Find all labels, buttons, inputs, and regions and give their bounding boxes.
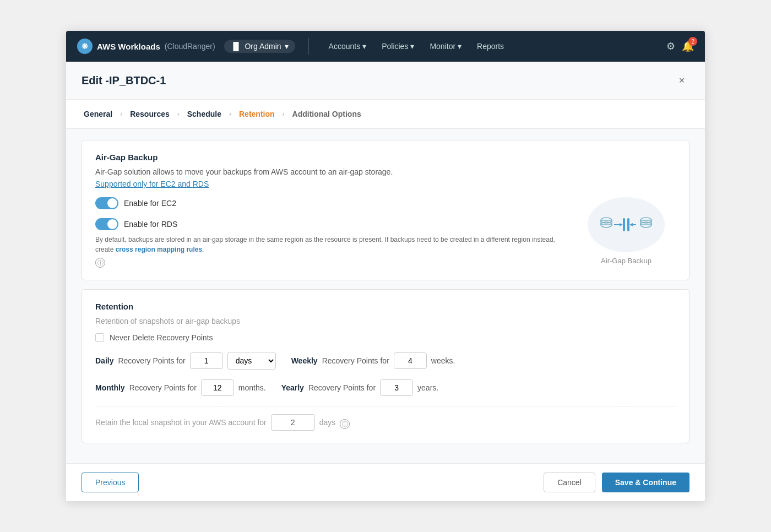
ec2-toggle[interactable] <box>95 197 118 209</box>
nav-monitor[interactable]: Monitor ▾ <box>423 39 468 54</box>
airgap-section: Air-Gap Backup Air-Gap solution allows t… <box>82 140 689 280</box>
airgap-left: Enable for EC2 Enable for RDS By default… <box>95 197 563 268</box>
org-bar-icon: ▐▌ <box>231 42 242 51</box>
topnav: ❋ AWS Workloads (CloudRanger) ▐▌ Org Adm… <box>66 31 705 62</box>
policies-chevron-icon: ▾ <box>410 42 414 51</box>
step-retention-label: Retention <box>237 110 277 118</box>
ec2-toggle-label: Enable for EC2 <box>124 199 176 208</box>
step-chevron-2: › <box>172 110 185 118</box>
weekly-item: Weekly Recovery Points for weeks. <box>291 352 455 369</box>
airgap-illustration: Air-Gap Backup <box>577 197 676 265</box>
nav-reports[interactable]: Reports <box>470 39 511 54</box>
weekly-unit: weeks. <box>431 356 455 365</box>
save-continue-button[interactable]: Save & Continue <box>602 473 689 492</box>
wizard-steps: General › Resources › Schedule › Retenti… <box>66 100 705 129</box>
retention-title: Retention <box>95 302 676 311</box>
airgap-svg <box>599 208 654 241</box>
rds-description: By default, backups are stored in an air… <box>95 235 563 254</box>
rds-section: Enable for RDS By default, backups are s… <box>95 218 563 268</box>
monthly-yearly-row: Monthly Recovery Points for months. Year… <box>95 379 676 396</box>
brand-name: AWS Workloads <box>97 42 160 51</box>
accounts-chevron-icon: ▾ <box>362 42 366 51</box>
daily-item: Daily Recovery Points for days weeks mon… <box>95 352 276 370</box>
modal-footer: Previous Cancel Save & Continue <box>66 463 705 501</box>
rds-toggle-row: Enable for RDS By default, backups are s… <box>95 218 563 268</box>
wizard-step-additional[interactable]: Additional Options <box>290 110 363 118</box>
rds-toggle[interactable] <box>95 218 118 230</box>
yearly-unit: years. <box>417 383 438 392</box>
rds-info-icon[interactable]: ⓘ <box>95 258 105 268</box>
nav-policies[interactable]: Policies ▾ <box>375 39 421 54</box>
never-delete-checkbox[interactable] <box>95 333 104 342</box>
rds-toggle-label: Enable for RDS <box>124 220 177 229</box>
settings-icon[interactable]: ⚙ <box>666 40 675 52</box>
retention-subtitle: Retention of snapshots or air-gap backup… <box>95 317 676 325</box>
close-button[interactable]: × <box>674 73 689 88</box>
wizard-step-resources[interactable]: Resources <box>128 110 172 118</box>
nav-divider <box>308 38 309 55</box>
modal-header: Edit -IP_BTDC-1 × <box>66 62 705 100</box>
monthly-label: Monthly <box>95 383 125 392</box>
nav-links: Accounts ▾ Policies ▾ Monitor ▾ Reports <box>322 39 658 54</box>
never-delete-row: Never Delete Recovery Points <box>95 333 676 342</box>
svg-marker-8 <box>629 223 633 226</box>
topnav-actions: ⚙ 🔔 2 <box>666 40 694 52</box>
org-switcher[interactable]: ▐▌ Org Admin ▾ <box>224 40 295 53</box>
step-resources-label: Resources <box>128 110 172 118</box>
airgap-content: Enable for EC2 Enable for RDS By default… <box>95 197 676 268</box>
yearly-item: Yearly Recovery Points for years. <box>281 379 439 396</box>
cancel-button[interactable]: Cancel <box>544 473 595 492</box>
yearly-label: Yearly <box>281 383 304 392</box>
previous-button[interactable]: Previous <box>82 473 139 492</box>
modal-title: Edit -IP_BTDC-1 <box>82 74 166 87</box>
yearly-input[interactable] <box>380 379 413 396</box>
nav-accounts[interactable]: Accounts ▾ <box>322 39 373 54</box>
local-snapshot-info-icon[interactable]: ⓘ <box>340 419 350 429</box>
airgap-description: Air-Gap solution allows to move your bac… <box>95 167 676 176</box>
airgap-caption: Air-Gap Backup <box>601 257 651 265</box>
wizard-step-retention[interactable]: Retention <box>237 110 277 118</box>
cross-region-link[interactable]: cross region mapping rules <box>116 246 202 253</box>
local-snapshot-input[interactable] <box>271 414 315 431</box>
monitor-chevron-icon: ▾ <box>458 42 461 51</box>
airgap-graphic <box>588 197 665 252</box>
svg-marker-4 <box>620 223 623 226</box>
step-additional-label: Additional Options <box>290 110 363 118</box>
never-delete-label: Never Delete Recovery Points <box>110 333 213 342</box>
daily-weekly-row: Daily Recovery Points for days weeks mon… <box>95 352 676 370</box>
step-schedule-label: Schedule <box>185 110 224 118</box>
logo: ❋ AWS Workloads (CloudRanger) <box>77 39 215 54</box>
step-chevron-4: › <box>277 110 290 118</box>
weekly-input[interactable] <box>394 352 427 369</box>
monthly-item: Monthly Recovery Points for months. <box>95 379 266 396</box>
notifications-icon[interactable]: 🔔 2 <box>682 40 694 52</box>
notification-badge: 2 <box>688 37 697 46</box>
weekly-label: Weekly <box>291 356 318 365</box>
wizard-step-general[interactable]: General <box>82 110 115 118</box>
wizard-step-schedule[interactable]: Schedule <box>185 110 224 118</box>
ec2-toggle-row: Enable for EC2 <box>95 197 563 209</box>
monthly-input[interactable] <box>201 379 234 396</box>
local-snapshot-row: Retain the local snapshot in your AWS ac… <box>95 406 676 431</box>
monthly-mid: Recovery Points for <box>129 383 197 392</box>
daily-unit-select[interactable]: days weeks months <box>227 352 276 370</box>
step-chevron-1: › <box>115 110 128 118</box>
footer-right: Cancel Save & Continue <box>544 473 689 492</box>
modal-body: Air-Gap Backup Air-Gap solution allows t… <box>66 129 705 463</box>
yearly-mid: Recovery Points for <box>308 383 376 392</box>
local-unit: days <box>319 418 336 427</box>
monthly-unit: months. <box>238 383 266 392</box>
daily-mid: Recovery Points for <box>118 356 185 365</box>
svg-rect-5 <box>623 218 625 231</box>
logo-icon: ❋ <box>77 39 93 54</box>
step-chevron-3: › <box>224 110 237 118</box>
brand-sub: (CloudRanger) <box>165 42 215 51</box>
org-name: Org Admin <box>245 42 281 51</box>
daily-input[interactable] <box>190 352 223 369</box>
weekly-mid: Recovery Points for <box>322 356 389 365</box>
svg-rect-6 <box>627 218 629 231</box>
local-snapshot-text: Retain the local snapshot in your AWS ac… <box>95 418 267 427</box>
airgap-title: Air-Gap Backup <box>95 153 676 162</box>
airgap-link[interactable]: Supported only for EC2 and RDS <box>95 180 676 188</box>
retention-section: Retention Retention of snapshots or air-… <box>82 289 689 443</box>
